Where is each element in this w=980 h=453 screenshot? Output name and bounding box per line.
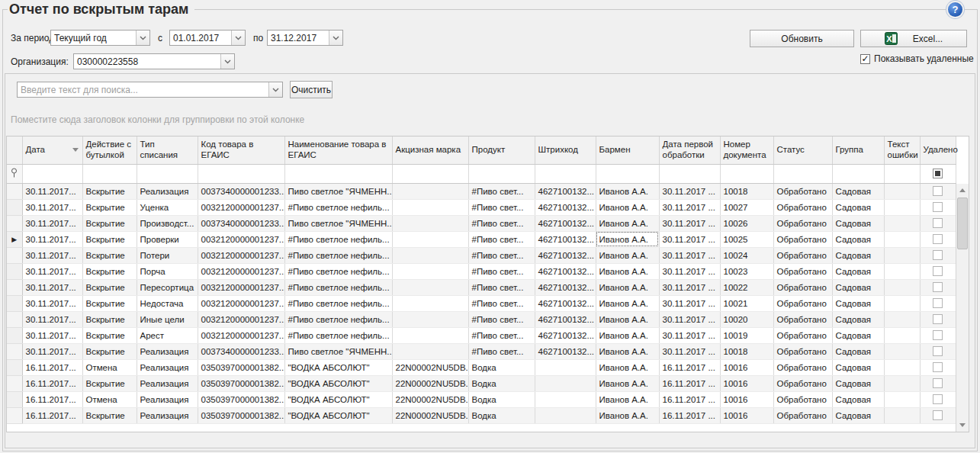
cell-mark[interactable]	[392, 263, 468, 279]
cell-first_date[interactable]: 30.11.2017 ...	[659, 183, 720, 199]
cell-group[interactable]: Садовая	[832, 359, 884, 375]
cell-first_date[interactable]: 30.11.2017 ...	[659, 327, 720, 343]
cell-doc[interactable]: 10021	[720, 295, 773, 311]
cell-doc[interactable]: 10016	[720, 359, 773, 375]
cell-action[interactable]: Вскрытие	[82, 311, 137, 327]
cell-product[interactable]: #Пиво свет...	[468, 327, 535, 343]
cell-group[interactable]: Садовая	[832, 375, 884, 391]
filter-cell-status[interactable]	[773, 164, 832, 183]
cell-error[interactable]	[884, 183, 920, 199]
deleted-checkbox[interactable]	[920, 279, 956, 295]
filter-pin-icon[interactable]	[7, 164, 22, 183]
cell-type[interactable]: Реализация	[137, 359, 198, 375]
cell-name[interactable]: Пиво светлое "ЯЧМЕНН...	[284, 183, 392, 199]
cell-group[interactable]: Садовая	[832, 327, 884, 343]
cell-mark[interactable]: 22N00002NU5DB...	[392, 391, 468, 407]
cell-barcode[interactable]: 4627100132...	[535, 279, 596, 295]
cell-product[interactable]: #Пиво свет...	[468, 215, 535, 231]
show-deleted-checkbox[interactable]: ✓ Показывать удаленные	[860, 53, 974, 64]
deleted-checkbox[interactable]	[920, 231, 956, 247]
cell-mark[interactable]	[392, 231, 468, 247]
cell-first_date[interactable]: 30.11.2017 ...	[659, 295, 720, 311]
filter-cell-type[interactable]	[137, 164, 198, 183]
cell-status[interactable]: Обработано	[773, 199, 832, 215]
deleted-checkbox[interactable]	[920, 407, 956, 423]
cell-code[interactable]: 0350397000001382...	[198, 359, 284, 375]
deleted-checkbox[interactable]	[920, 343, 956, 359]
cell-product[interactable]: Водка	[468, 359, 535, 375]
cell-barcode[interactable]: 4627100132...	[535, 263, 596, 279]
cell-code[interactable]: 0037340000001233...	[198, 183, 284, 199]
cell-error[interactable]	[884, 407, 920, 423]
cell-name[interactable]: #Пиво светлое нефиль...	[284, 199, 392, 215]
cell-barcode[interactable]	[535, 407, 596, 423]
cell-barman[interactable]: Иванов А.А.	[596, 391, 659, 407]
cell-name[interactable]: "ВОДКА АБСОЛЮТ"	[284, 391, 392, 407]
cell-product[interactable]: #Пиво свет...	[468, 295, 535, 311]
column-header-barcode[interactable]: Штрихкод	[535, 137, 596, 164]
excel-button[interactable]: X Excel...	[860, 30, 967, 47]
cell-name[interactable]: #Пиво светлое нефиль...	[284, 247, 392, 263]
cell-group[interactable]: Садовая	[832, 231, 884, 247]
deleted-checkbox[interactable]	[920, 215, 956, 231]
cell-barcode[interactable]	[535, 359, 596, 375]
cell-product[interactable]: #Пиво свет...	[468, 311, 535, 327]
column-header-group[interactable]: Группа	[832, 137, 884, 164]
column-header-name[interactable]: Наименование товара в ЕГАИС	[284, 137, 392, 164]
cell-date[interactable]: 30.11.2017...	[22, 311, 82, 327]
cell-barcode[interactable]: 4627100132...	[535, 231, 596, 247]
cell-type[interactable]: Уценка	[137, 199, 198, 215]
deleted-checkbox[interactable]	[920, 295, 956, 311]
cell-date[interactable]: 30.11.2017...	[22, 199, 82, 215]
cell-code[interactable]: 0032120000001237...	[198, 279, 284, 295]
cell-doc[interactable]: 10022	[720, 279, 773, 295]
cell-first_date[interactable]: 16.11.2017 ...	[659, 391, 720, 407]
filter-cell-code[interactable]	[198, 164, 284, 183]
deleted-checkbox[interactable]	[920, 391, 956, 407]
cell-group[interactable]: Садовая	[832, 215, 884, 231]
cell-group[interactable]: Садовая	[832, 183, 884, 199]
cell-product[interactable]: #Пиво свет...	[468, 231, 535, 247]
cell-status[interactable]: Обработано	[773, 391, 832, 407]
cell-barcode[interactable]: 4627100132...	[535, 183, 596, 199]
cell-barcode[interactable]: 4627100132...	[535, 295, 596, 311]
cell-first_date[interactable]: 30.11.2017 ...	[659, 231, 720, 247]
cell-name[interactable]: #Пиво светлое нефиль...	[284, 231, 392, 247]
cell-doc[interactable]: 10020	[720, 311, 773, 327]
cell-name[interactable]: Пиво светлое "ЯЧМЕНН...	[284, 343, 392, 359]
cell-type[interactable]: Проверки	[137, 231, 198, 247]
cell-date[interactable]: 30.11.2017...	[22, 343, 82, 359]
column-header-error[interactable]: Текст ошибки	[884, 137, 920, 164]
column-header-product[interactable]: Продукт	[468, 137, 535, 164]
cell-action[interactable]: Вскрытие	[82, 295, 137, 311]
cell-barcode[interactable]	[535, 375, 596, 391]
cell-error[interactable]	[884, 343, 920, 359]
column-header-code[interactable]: Код товара в ЕГАИС	[198, 137, 284, 164]
cell-product[interactable]: Водка	[468, 407, 535, 423]
cell-mark[interactable]	[392, 183, 468, 199]
cell-barcode[interactable]: 4627100132...	[535, 215, 596, 231]
cell-action[interactable]: Отмена	[82, 391, 137, 407]
cell-status[interactable]: Обработано	[773, 231, 832, 247]
refresh-button[interactable]: Обновить	[750, 30, 854, 47]
cell-type[interactable]: Реализация	[137, 407, 198, 423]
filter-cell-action[interactable]	[82, 164, 137, 183]
cell-mark[interactable]	[392, 327, 468, 343]
column-header-doc[interactable]: Номер документа	[720, 137, 773, 164]
filter-cell-group[interactable]	[832, 164, 884, 183]
cell-mark[interactable]	[392, 215, 468, 231]
cell-status[interactable]: Обработано	[773, 183, 832, 199]
cell-first_date[interactable]: 30.11.2017 ...	[659, 279, 720, 295]
cell-code[interactable]: 0032120000001237...	[198, 247, 284, 263]
cell-barman[interactable]: Иванов А.А.	[596, 183, 659, 199]
cell-code[interactable]: 0032120000001237...	[198, 231, 284, 247]
cell-date[interactable]: 30.11.2017...	[22, 215, 82, 231]
chevron-down-icon[interactable]	[268, 82, 282, 97]
cell-mark[interactable]: 22N00002NU5DB...	[392, 407, 468, 423]
cell-doc[interactable]: 10027	[720, 199, 773, 215]
cell-group[interactable]: Садовая	[832, 407, 884, 423]
cell-status[interactable]: Обработано	[773, 359, 832, 375]
cell-code[interactable]: 0350397000001382...	[198, 407, 284, 423]
deleted-filter-checkbox[interactable]	[920, 164, 956, 183]
date-to-select[interactable]: 31.12.2017	[267, 30, 343, 46]
